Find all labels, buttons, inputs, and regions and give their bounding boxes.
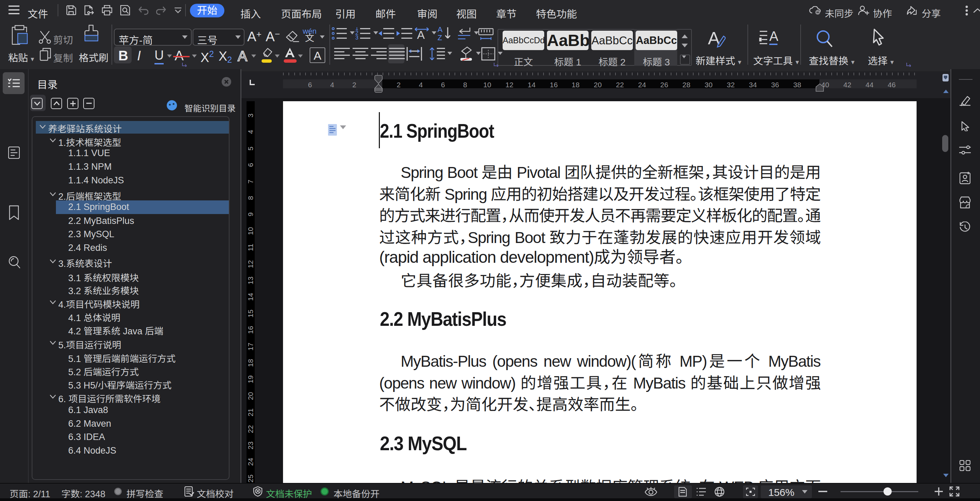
svg-text:A: A	[417, 28, 425, 40]
svg-text:Z: Z	[438, 33, 442, 40]
svg-text:A: A	[438, 26, 442, 34]
svg-text:A: A	[769, 29, 778, 44]
svg-text:3: 3	[355, 35, 358, 40]
